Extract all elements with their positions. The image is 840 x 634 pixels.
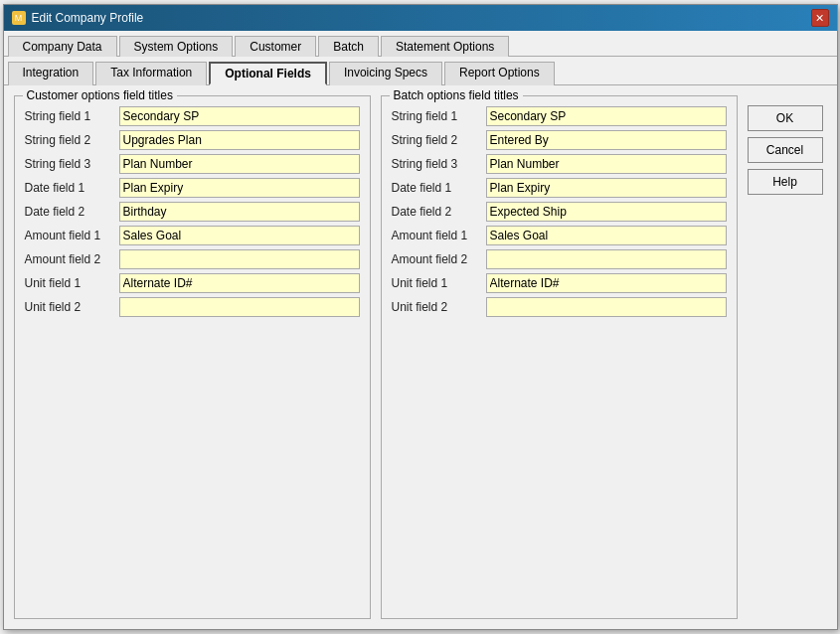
tab-report-options[interactable]: Report Options	[444, 62, 555, 85]
batch-string-field-1-label: String field 1	[392, 109, 486, 123]
tab-customer[interactable]: Customer	[235, 36, 316, 57]
right-buttons: OK Cancel Help	[748, 95, 827, 619]
customer-date-field-2-input[interactable]	[119, 202, 360, 222]
customer-string-field-3-row: String field 3	[25, 154, 360, 174]
batch-amount-field-2-label: Amount field 2	[392, 252, 486, 266]
customer-date-field-1-row: Date field 1	[25, 178, 360, 198]
customer-string-field-2-label: String field 2	[25, 133, 119, 147]
batch-string-field-3-input[interactable]	[486, 154, 727, 174]
tabs-row-2: Integration Tax Information Optional Fie…	[4, 57, 837, 85]
tab-statement-options[interactable]: Statement Options	[381, 36, 509, 57]
app-icon: M	[12, 11, 26, 25]
batch-string-field-2-row: String field 2	[392, 130, 727, 150]
tab-system-options[interactable]: System Options	[119, 36, 234, 57]
batch-unit-field-1-row: Unit field 1	[392, 273, 727, 293]
batch-string-field-1-row: String field 1	[392, 106, 727, 126]
batch-string-field-2-label: String field 2	[392, 133, 486, 147]
customer-group-title: Customer options field titles	[23, 88, 177, 102]
help-button[interactable]: Help	[748, 169, 823, 195]
customer-unit-field-1-label: Unit field 1	[25, 276, 119, 290]
tab-optional-fields[interactable]: Optional Fields	[209, 62, 327, 85]
customer-string-field-1-label: String field 1	[25, 109, 119, 123]
edit-company-profile-dialog: M Edit Company Profile ✕ Company Data Sy…	[3, 4, 838, 630]
customer-string-field-3-label: String field 3	[25, 157, 119, 171]
customer-unit-field-1-row: Unit field 1	[25, 273, 360, 293]
customer-string-field-3-input[interactable]	[119, 154, 360, 174]
batch-group-title: Batch options field titles	[390, 88, 523, 102]
batch-unit-field-2-label: Unit field 2	[392, 300, 486, 314]
batch-amount-field-2-row: Amount field 2	[392, 249, 727, 269]
batch-string-field-3-label: String field 3	[392, 157, 486, 171]
tab-tax-information[interactable]: Tax Information	[95, 62, 207, 85]
batch-string-field-3-row: String field 3	[392, 154, 727, 174]
customer-amount-field-1-label: Amount field 1	[25, 229, 119, 242]
batch-unit-field-1-label: Unit field 1	[392, 276, 486, 290]
tab-invoicing-specs[interactable]: Invoicing Specs	[329, 62, 442, 85]
batch-date-field-2-label: Date field 2	[392, 205, 486, 219]
batch-string-field-2-input[interactable]	[486, 130, 727, 150]
tab-integration[interactable]: Integration	[8, 62, 94, 85]
close-button[interactable]: ✕	[811, 9, 829, 27]
customer-unit-field-2-input[interactable]	[119, 297, 360, 317]
customer-amount-field-2-row: Amount field 2	[25, 249, 360, 269]
customer-date-field-2-row: Date field 2	[25, 202, 360, 222]
batch-unit-field-2-input[interactable]	[486, 297, 727, 317]
title-bar: M Edit Company Profile ✕	[4, 5, 837, 31]
batch-date-field-1-label: Date field 1	[392, 181, 486, 195]
batch-amount-field-1-input[interactable]	[486, 226, 727, 245]
batch-date-field-2-row: Date field 2	[392, 202, 727, 222]
content-area: Customer options field titles String fie…	[4, 85, 837, 629]
customer-amount-field-2-input[interactable]	[119, 249, 360, 269]
customer-string-field-2-row: String field 2	[25, 130, 360, 150]
batch-options-group: Batch options field titles String field …	[381, 95, 738, 619]
customer-unit-field-2-label: Unit field 2	[25, 300, 119, 314]
batch-string-field-1-input[interactable]	[486, 106, 727, 126]
customer-amount-field-1-input[interactable]	[119, 226, 360, 245]
batch-amount-field-1-label: Amount field 1	[392, 229, 486, 242]
title-bar-left: M Edit Company Profile	[12, 11, 144, 25]
batch-date-field-2-input[interactable]	[486, 202, 727, 222]
customer-options-group: Customer options field titles String fie…	[14, 95, 371, 619]
customer-string-field-1-input[interactable]	[119, 106, 360, 126]
tabs-row-1: Company Data System Options Customer Bat…	[4, 31, 837, 57]
customer-unit-field-1-input[interactable]	[119, 273, 360, 293]
customer-date-field-2-label: Date field 2	[25, 205, 119, 219]
customer-date-field-1-label: Date field 1	[25, 181, 119, 195]
batch-amount-field-2-input[interactable]	[486, 249, 727, 269]
customer-date-field-1-input[interactable]	[119, 178, 360, 198]
cancel-button[interactable]: Cancel	[748, 137, 823, 163]
customer-amount-field-2-label: Amount field 2	[25, 252, 119, 266]
batch-date-field-1-input[interactable]	[486, 178, 727, 198]
customer-string-field-2-input[interactable]	[119, 130, 360, 150]
customer-amount-field-1-row: Amount field 1	[25, 226, 360, 245]
tab-company-data[interactable]: Company Data	[8, 36, 117, 57]
batch-unit-field-2-row: Unit field 2	[392, 297, 727, 317]
batch-amount-field-1-row: Amount field 1	[392, 226, 727, 245]
customer-unit-field-2-row: Unit field 2	[25, 297, 360, 317]
ok-button[interactable]: OK	[748, 105, 823, 131]
customer-string-field-1-row: String field 1	[25, 106, 360, 126]
batch-unit-field-1-input[interactable]	[486, 273, 727, 293]
tab-batch[interactable]: Batch	[318, 36, 379, 57]
batch-date-field-1-row: Date field 1	[392, 178, 727, 198]
dialog-title: Edit Company Profile	[32, 11, 144, 25]
